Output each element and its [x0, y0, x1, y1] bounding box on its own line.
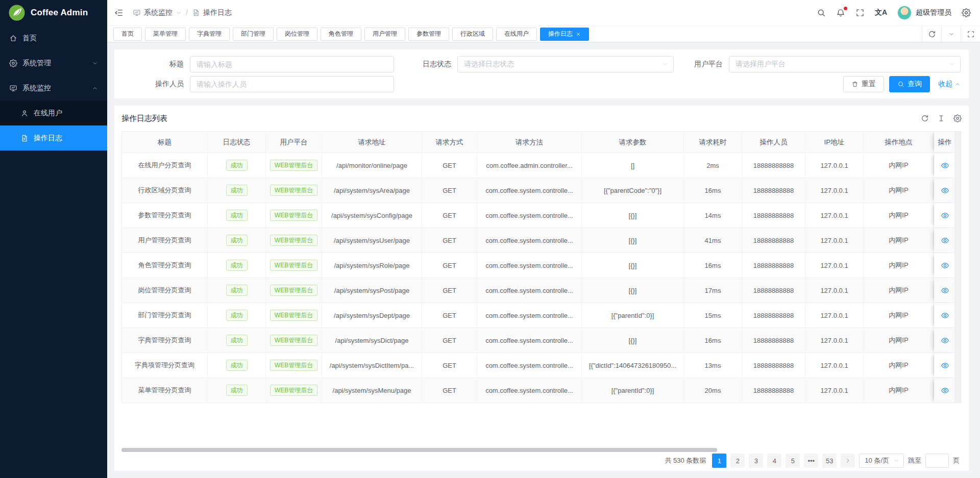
- cell-request-url: /api/system/sysConfig/page: [322, 203, 422, 228]
- view-detail-button[interactable]: [941, 386, 949, 395]
- sidebar-collapse-button[interactable]: [114, 8, 124, 17]
- page-size-select[interactable]: 10 条/页: [859, 454, 904, 468]
- refresh-tab-button[interactable]: [922, 26, 941, 42]
- maximize-content-button[interactable]: [961, 26, 980, 42]
- platform-select[interactable]: 请选择用户平台: [729, 56, 961, 72]
- cell-request-function: com.coffee.admin.controller...: [477, 153, 582, 178]
- tab[interactable]: 部门管理: [233, 28, 274, 41]
- page-button[interactable]: 53: [822, 454, 837, 468]
- page-button[interactable]: 3: [749, 454, 763, 468]
- sidebar-item-operation-log[interactable]: 操作日志: [0, 125, 107, 150]
- open-tabs: 首页 菜单管理 字典管理 部门管理 岗位管理: [113, 28, 589, 41]
- notifications-button[interactable]: [836, 8, 845, 17]
- language-button[interactable]: 文A: [875, 8, 887, 17]
- app-logo[interactable]: Coffee Admin: [0, 0, 107, 26]
- refresh-table-button[interactable]: [921, 114, 929, 122]
- tab[interactable]: 菜单管理: [145, 28, 186, 41]
- cell-ip: 127.0.0.1: [805, 353, 864, 378]
- cell-request-time: 16ms: [684, 178, 742, 203]
- status-select[interactable]: 请选择日志状态: [457, 56, 674, 72]
- eye-icon: [941, 211, 949, 220]
- tab[interactable]: 参数管理: [408, 28, 449, 41]
- row-density-button[interactable]: [937, 114, 945, 122]
- table-row: 用户管理分页查询 成功 WEB管理后台 /api/system/sysUser/…: [122, 228, 954, 253]
- cell-ip: 127.0.0.1: [805, 378, 864, 402]
- cell-request-time: 20ms: [684, 378, 742, 402]
- view-detail-button[interactable]: [941, 161, 949, 170]
- cell-request-time: 13ms: [684, 353, 742, 378]
- platform-badge: WEB管理后台: [270, 160, 317, 171]
- view-detail-button[interactable]: [941, 286, 949, 295]
- query-button[interactable]: 查询: [889, 76, 930, 92]
- fullscreen-button[interactable]: [855, 8, 865, 17]
- cell-request-time: 14ms: [684, 203, 742, 228]
- page-button[interactable]: 1: [712, 454, 726, 468]
- view-detail-button[interactable]: [941, 261, 949, 270]
- cell-platform: WEB管理后台: [266, 378, 322, 402]
- platform-badge: WEB管理后台: [270, 285, 317, 296]
- log-table: 标题日志状态用户平台请求地址请求方式请求方法请求参数请求耗时操作人员IP地址操作…: [121, 131, 962, 403]
- view-detail-button[interactable]: [941, 311, 949, 320]
- cell-request-params: [{"parentId":0}]: [582, 378, 684, 402]
- tab[interactable]: 用户管理: [364, 28, 405, 41]
- page-buttons: 12345•••53: [712, 454, 837, 468]
- cell-actions: [934, 278, 955, 303]
- view-detail-button[interactable]: [941, 336, 949, 345]
- tab[interactable]: 字典管理: [189, 28, 230, 41]
- pagination: 共 530 条数据 12345•••53 10 条/页 跳至 页: [665, 454, 960, 468]
- page-button[interactable]: 5: [786, 454, 800, 468]
- view-detail-button[interactable]: [941, 361, 949, 370]
- column-header: IP地址: [805, 132, 864, 153]
- sidebar-item-home[interactable]: 首页: [0, 26, 107, 51]
- cell-location: 内网IP: [864, 228, 934, 253]
- cell-ip: 127.0.0.1: [805, 253, 864, 278]
- gear-icon: [953, 114, 962, 122]
- sidebar-item-system-management[interactable]: 系统管理: [0, 51, 107, 76]
- tab-label: 岗位管理: [285, 30, 309, 38]
- page-button[interactable]: 2: [730, 454, 745, 468]
- vertical-scrollbar[interactable]: [955, 131, 961, 403]
- collapse-search-link[interactable]: 收起: [938, 80, 961, 89]
- page-button[interactable]: •••: [804, 454, 818, 468]
- tab[interactable]: 岗位管理: [277, 28, 317, 41]
- user-menu[interactable]: 超级管理员: [897, 6, 951, 20]
- tab[interactable]: 在线用户: [496, 28, 537, 41]
- cell-request-function: com.coffee.system.controlle...: [477, 278, 582, 303]
- cell-location: 内网IP: [864, 353, 934, 378]
- fold-icon: [114, 8, 124, 17]
- view-detail-button[interactable]: [941, 236, 949, 245]
- sidebar-item-system-monitor[interactable]: 系统监控: [0, 76, 107, 100]
- tab[interactable]: 行政区域: [452, 28, 493, 41]
- page-jump-input[interactable]: [925, 454, 949, 468]
- view-detail-button[interactable]: [941, 186, 949, 195]
- cell-status: 成功: [208, 153, 266, 178]
- settings-button[interactable]: [962, 8, 971, 17]
- title-input[interactable]: [190, 56, 394, 72]
- monitor-icon: [9, 84, 17, 92]
- tab-options-button[interactable]: [941, 26, 961, 42]
- breadcrumb-section[interactable]: 系统监控: [133, 8, 182, 17]
- reset-button[interactable]: 重置: [843, 76, 884, 92]
- status-badge: 成功: [226, 385, 248, 396]
- column-settings-button[interactable]: [953, 114, 962, 122]
- breadcrumb-current: 操作日志: [192, 8, 232, 17]
- tab-tools: [922, 26, 980, 42]
- cell-status: 成功: [208, 353, 266, 378]
- column-header: 操作人员: [742, 132, 805, 153]
- tab[interactable]: 操作日志: [540, 28, 589, 41]
- view-detail-button[interactable]: [941, 211, 949, 220]
- tab[interactable]: 角色管理: [321, 28, 361, 41]
- chevron-up-icon: [92, 85, 98, 91]
- sidebar-item-online-users[interactable]: 在线用户: [0, 100, 107, 125]
- cell-request-params: [{"dictId":140647326180950...: [582, 353, 684, 378]
- horizontal-scrollbar-thumb[interactable]: [121, 448, 717, 452]
- page-button[interactable]: 4: [767, 454, 781, 468]
- table-row: 角色管理分页查询 成功 WEB管理后台 /api/system/sysRole/…: [122, 253, 954, 278]
- cell-request-params: [{}]: [582, 203, 684, 228]
- operator-input[interactable]: [190, 76, 394, 92]
- cell-location: 内网IP: [864, 378, 934, 402]
- next-page-button[interactable]: [841, 454, 855, 468]
- search-button[interactable]: [817, 8, 826, 17]
- tab-close-icon[interactable]: [576, 32, 581, 37]
- tab[interactable]: 首页: [113, 28, 142, 41]
